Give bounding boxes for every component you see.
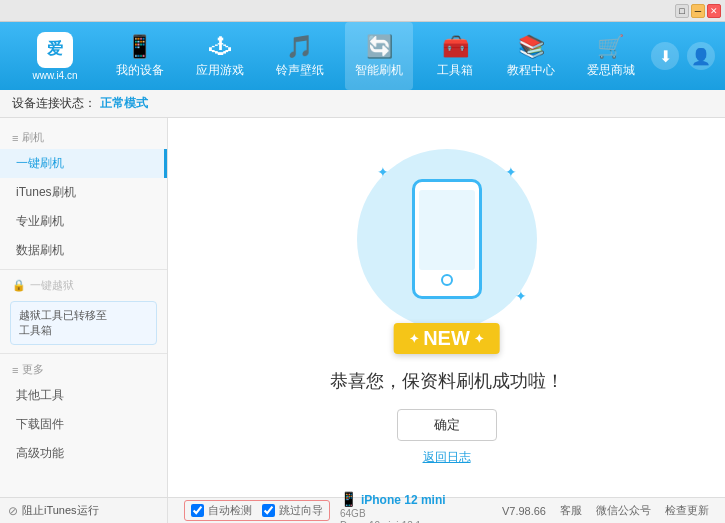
logo-icon: 爱 xyxy=(37,32,73,68)
device-name: iPhone 12 mini xyxy=(361,493,446,507)
back-link[interactable]: 返回日志 xyxy=(423,449,471,466)
maximize-button[interactable]: □ xyxy=(675,4,689,18)
sidebar-section-more: ≡ 更多 xyxy=(0,358,167,381)
bottom-main: 自动检测 跳过向导 📱 iPhone 12 mini 64GB Down-12m… xyxy=(168,498,725,523)
success-message: 恭喜您，保资料刷机成功啦！ xyxy=(330,369,564,393)
new-badge: NEW xyxy=(393,323,500,354)
device-icon: 📱 iPhone 12 mini xyxy=(340,491,446,507)
nav-tutorial[interactable]: 📚 教程中心 xyxy=(497,22,565,90)
sidebar: ≡ 刷机 一键刷机 iTunes刷机 专业刷机 数据刷机 🔒 一键越狱 越狱工具… xyxy=(0,118,168,497)
sidebar-section-flash: ≡ 刷机 xyxy=(0,126,167,149)
header-right: ⬇ 👤 xyxy=(651,42,715,70)
wechat-link[interactable]: 微信公众号 xyxy=(596,503,651,518)
wallpaper-icon: 🎵 xyxy=(286,34,313,60)
phone-icon: 📱 xyxy=(126,34,153,60)
bottom-right-group: V7.98.66 客服 微信公众号 检查更新 xyxy=(502,503,709,518)
sparkle-icon-1: ✦ xyxy=(377,164,389,180)
skip-wizard-checkbox[interactable] xyxy=(262,504,275,517)
phone-body xyxy=(412,179,482,299)
phone-circle: ✦ ✦ ✦ xyxy=(357,149,537,329)
user-button[interactable]: 👤 xyxy=(687,42,715,70)
status-label: 设备连接状态： xyxy=(12,95,96,112)
bottom-left-group: 自动检测 跳过向导 📱 iPhone 12 mini 64GB Down-12m… xyxy=(184,491,446,524)
sidebar-item-other-tools[interactable]: 其他工具 xyxy=(0,381,167,410)
bottom-sidebar: ⊘ 阻止iTunes运行 xyxy=(0,498,168,523)
lock-icon: 🔒 xyxy=(12,279,26,292)
confirm-button[interactable]: 确定 xyxy=(397,409,497,441)
divider-1 xyxy=(0,269,167,270)
device-info: 📱 iPhone 12 mini 64GB Down-12mini-13,1 xyxy=(340,491,446,524)
flash-icon: 🔄 xyxy=(366,34,393,60)
main-layout: ≡ 刷机 一键刷机 iTunes刷机 专业刷机 数据刷机 🔒 一键越狱 越狱工具… xyxy=(0,118,725,497)
header: 爱 www.i4.cn 📱 我的设备 🕹 应用游戏 🎵 铃声壁纸 🔄 智能刷机 … xyxy=(0,22,725,90)
phone-illustration: ✦ ✦ ✦ NEW xyxy=(347,149,547,349)
main-content: ✦ ✦ ✦ NEW 恭喜您，保资料刷机成功啦！ 确定 返回日志 xyxy=(168,118,725,497)
logo-area: 爱 www.i4.cn xyxy=(10,32,100,81)
nav-shop[interactable]: 🛒 爱思商城 xyxy=(577,22,645,90)
auto-detect-checkbox[interactable] xyxy=(191,504,204,517)
nav-smart-flash[interactable]: 🔄 智能刷机 xyxy=(345,22,413,90)
logo-text: www.i4.cn xyxy=(32,70,77,81)
flash-section-icon: ≡ xyxy=(12,132,18,144)
device-storage: 64GB xyxy=(340,508,446,519)
bottom-bar: ⊘ 阻止iTunes运行 自动检测 跳过向导 📱 iPhone 12 mini … xyxy=(0,497,725,523)
nav-wallpaper[interactable]: 🎵 铃声壁纸 xyxy=(266,22,334,90)
sparkle-icon-2: ✦ xyxy=(505,164,517,180)
status-bar: 设备连接状态： 正常模式 xyxy=(0,90,725,118)
more-section-icon: ≡ xyxy=(12,364,18,376)
nav-my-device[interactable]: 📱 我的设备 xyxy=(106,22,174,90)
stop-itunes-icon: ⊘ xyxy=(8,504,18,518)
sidebar-item-one-click[interactable]: 一键刷机 xyxy=(0,149,167,178)
sidebar-item-itunes[interactable]: iTunes刷机 xyxy=(0,178,167,207)
sidebar-item-data-flash[interactable]: 数据刷机 xyxy=(0,236,167,265)
minimize-button[interactable]: ─ xyxy=(691,4,705,18)
sidebar-section-jailbreak: 🔒 一键越狱 xyxy=(0,274,167,297)
status-value: 正常模式 xyxy=(100,95,148,112)
phone-screen xyxy=(419,190,475,270)
sidebar-item-pro-flash[interactable]: 专业刷机 xyxy=(0,207,167,236)
nav-bar: 📱 我的设备 🕹 应用游戏 🎵 铃声壁纸 🔄 智能刷机 🧰 工具箱 📚 教程中心… xyxy=(100,22,651,90)
version-label: V7.98.66 xyxy=(502,505,546,517)
download-button[interactable]: ⬇ xyxy=(651,42,679,70)
service-link[interactable]: 客服 xyxy=(560,503,582,518)
jailbreak-notice: 越狱工具已转移至 工具箱 xyxy=(10,301,157,345)
title-bar: □ ─ ✕ xyxy=(0,0,725,22)
sidebar-item-advanced[interactable]: 高级功能 xyxy=(0,439,167,468)
phone-home-button xyxy=(441,274,453,286)
toolbox-icon: 🧰 xyxy=(442,34,469,60)
auto-detect-label: 自动检测 xyxy=(208,503,252,518)
stop-itunes-label: 阻止iTunes运行 xyxy=(22,503,99,518)
divider-2 xyxy=(0,353,167,354)
sidebar-item-download-firmware[interactable]: 下载固件 xyxy=(0,410,167,439)
device-model: Down-12mini-13,1 xyxy=(340,520,446,524)
update-link[interactable]: 检查更新 xyxy=(665,503,709,518)
nav-apps[interactable]: 🕹 应用游戏 xyxy=(186,22,254,90)
shop-icon: 🛒 xyxy=(597,34,624,60)
games-icon: 🕹 xyxy=(209,34,231,60)
nav-toolbox[interactable]: 🧰 工具箱 xyxy=(425,22,485,90)
close-button[interactable]: ✕ xyxy=(707,4,721,18)
sparkle-icon-3: ✦ xyxy=(515,288,527,304)
checkbox-group: 自动检测 跳过向导 xyxy=(184,500,330,521)
tutorial-icon: 📚 xyxy=(518,34,545,60)
skip-wizard-label: 跳过向导 xyxy=(279,503,323,518)
